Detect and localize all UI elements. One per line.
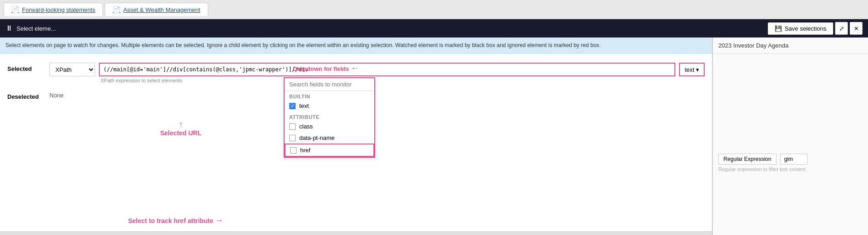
checkbox-href[interactable] <box>290 147 297 154</box>
tab-bar: 📄 Forward-looking statements 📄 Asset & W… <box>0 0 868 19</box>
info-bar: Select elements on page to watch for cha… <box>0 37 712 53</box>
tab-forward-looking[interactable]: 📄 Forward-looking statements <box>4 3 103 16</box>
checkbox-text[interactable]: ✓ <box>289 103 296 109</box>
xpath-input-wrapper: XPath expression to select elements <box>99 63 675 83</box>
regexp-row: Regular Expression <box>718 154 863 165</box>
regexp-label-button[interactable]: Regular Expression <box>718 154 776 165</box>
investor-day-title: 2023 Investor Day Agenda <box>718 42 788 49</box>
close-button[interactable]: ✕ <box>850 22 863 35</box>
annotation-selected-url-text: Selected URL <box>160 129 201 137</box>
regexp-value-input[interactable] <box>780 154 808 165</box>
main-layout: Select elements on page to watch for cha… <box>0 37 868 235</box>
right-resize-area <box>718 59 863 150</box>
right-bottom-content: Regular Expression Regular expression to… <box>713 54 868 235</box>
annotation-dropdown-text: Dropdown for fields <box>293 65 349 72</box>
annotation-selected-url: ↑ Selected URL <box>160 120 201 137</box>
deselected-label: Deselected <box>7 91 44 100</box>
dropdown-item-data-pt-name[interactable]: data-pt-name <box>285 132 374 144</box>
info-text: Select elements on page to watch for cha… <box>5 42 601 48</box>
tab-asset-icon: 📄 <box>113 6 120 13</box>
dropdown-class-label: class <box>299 123 313 130</box>
form-area: Selected XPath XPath expression to selec… <box>0 53 712 231</box>
pause-icon: ⏸ <box>5 24 13 32</box>
annotation-track-href: Select to track href attribute → <box>128 216 223 225</box>
header-bar: ⏸ Select eleme... 💾 Save selections ⤢ ✕ <box>0 19 868 37</box>
checkbox-class[interactable] <box>289 123 296 130</box>
header-actions: 💾 Save selections ⤢ ✕ <box>768 22 863 35</box>
tab-forward-icon: 📄 <box>11 6 19 13</box>
dropdown-text-label: text <box>299 102 309 109</box>
regexp-label-text: Regular Expression <box>723 156 771 162</box>
dropdown-item-text[interactable]: ✓ text <box>285 100 374 112</box>
close-icon: ✕ <box>854 25 859 32</box>
save-label: Save selections <box>785 25 826 32</box>
right-panel: 2023 Investor Day Agenda Regular Express… <box>712 37 868 235</box>
text-dropdown-button[interactable]: text ▾ <box>679 63 705 76</box>
tab-forward-label: Forward-looking statements <box>22 6 95 13</box>
deselected-value: None <box>49 92 64 99</box>
xpath-input[interactable] <box>99 63 675 76</box>
selected-label: Selected <box>7 63 44 72</box>
annotation-track-href-text: Select to track href attribute <box>128 217 213 224</box>
xpath-selector[interactable]: XPath <box>49 63 95 76</box>
form-controls: XPath XPath expression to select element… <box>49 63 705 83</box>
arrow-right-icon: → <box>215 216 223 225</box>
dropdown-item-href[interactable]: href <box>285 144 374 157</box>
dropdown-search-input[interactable] <box>285 78 374 91</box>
dropdown-item-class[interactable]: class <box>285 121 374 132</box>
resize-button[interactable]: ⤢ <box>835 22 848 35</box>
xpath-hint: XPath expression to select elements <box>99 78 675 83</box>
resize-icon: ⤢ <box>839 25 844 32</box>
dropdown-data-pt-name-label: data-pt-name <box>299 134 334 141</box>
tab-asset-label: Asset & Wealth Management <box>123 6 200 13</box>
annotation-dropdown: Dropdown for fields ← <box>293 64 359 73</box>
regexp-hint: Regular expression to filter text conten… <box>718 166 863 172</box>
attribute-section-label: ATTRIBUTE <box>285 112 374 121</box>
tab-asset-wealth[interactable]: 📄 Asset & Wealth Management <box>105 3 208 16</box>
right-top-content: 2023 Investor Day Agenda <box>713 37 868 54</box>
left-panel: Select elements on page to watch for cha… <box>0 37 712 235</box>
builtin-section-label: BUILTIN <box>285 91 374 100</box>
text-dropdown-label: text ▾ <box>685 66 699 73</box>
arrow-up-icon: ↑ <box>160 120 201 129</box>
header-title: Select eleme... <box>16 25 764 32</box>
dropdown-href-label: href <box>300 147 310 154</box>
save-selections-button[interactable]: 💾 Save selections <box>768 22 833 35</box>
arrow-left-icon: ← <box>350 64 359 73</box>
horizontal-scrollbar[interactable] <box>0 231 712 235</box>
dropdown-panel: BUILTIN ✓ text ATTRIBUTE class data-pt-n… <box>284 77 375 158</box>
checkbox-data-pt-name[interactable] <box>289 135 296 141</box>
save-icon: 💾 <box>775 25 782 32</box>
